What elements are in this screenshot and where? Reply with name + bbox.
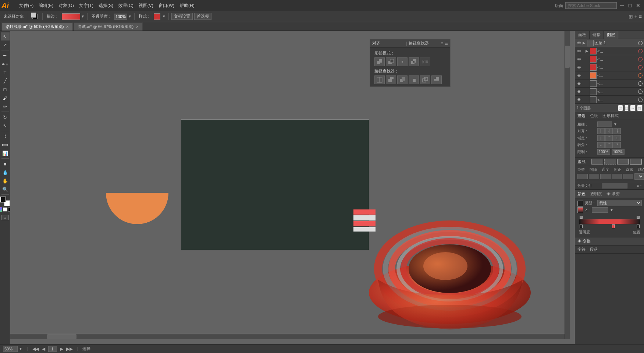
opentype-tab-item[interactable]: 段落 [588, 246, 600, 253]
layer-7-circle[interactable] [638, 98, 643, 102]
prev-btn[interactable]: ◀ [42, 346, 45, 352]
layer-3-circle[interactable] [638, 65, 643, 70]
layer-5-circle[interactable] [638, 81, 643, 86]
detail-gap-input[interactable] [589, 174, 599, 179]
align-center-btn[interactable]: │ [597, 128, 605, 134]
menu-effect[interactable]: 效果(C) [116, 2, 136, 10]
opacity-dropdown[interactable]: ▼ [128, 14, 132, 18]
gradient-color-bar[interactable] [579, 219, 640, 224]
doc-settings-button[interactable]: 文档设置 [171, 13, 193, 20]
search-stock-input[interactable] [565, 2, 617, 9]
tab-try-close[interactable]: ✕ [136, 25, 139, 29]
style-preview[interactable] [154, 13, 160, 20]
stroke-limit-input[interactable] [597, 149, 610, 155]
style-dropdown[interactable]: ▼ [162, 14, 166, 18]
add-anchor-tool[interactable]: ✒+ [1, 60, 10, 68]
screen-mode-btn[interactable]: □ [1, 215, 9, 220]
path-crop-btn[interactable] [409, 75, 419, 84]
prev-page-btn[interactable]: ◀◀ [32, 346, 39, 352]
gradient-type-select[interactable]: 线性 [597, 200, 642, 206]
main-layer-row[interactable]: 👁 ▶ 图层 1 [575, 39, 644, 47]
virtual-btn-2[interactable] [604, 159, 616, 165]
color-stop-center[interactable] [612, 225, 615, 228]
stroke-weight-dropdown[interactable]: ▼ [613, 122, 617, 126]
tab-try[interactable]: 尝试.ai* @ 66.67% (RGB/预览) ✕ [74, 22, 143, 31]
eyedropper-tool[interactable]: 💧 [1, 168, 10, 176]
direct-select-tool[interactable]: ↗ [1, 41, 10, 49]
maximize-button[interactable]: □ [627, 3, 633, 8]
menu-edit[interactable]: 编辑(E) [36, 2, 56, 10]
type-tool[interactable]: T [1, 68, 10, 77]
graph-tool[interactable]: 📊 [1, 149, 10, 157]
pen-tool[interactable]: ✒ [1, 52, 10, 60]
transform-tab-item[interactable]: ◈ 变换 [575, 237, 593, 245]
tab-rainbow[interactable]: 彩虹线条.ai* @ 50% (RGB/预览) ✕ [1, 22, 73, 31]
pencil-tool[interactable]: ✏ [1, 102, 10, 110]
menu-object[interactable]: 对象(O) [56, 2, 76, 10]
detail-gap2-input[interactable] [612, 174, 622, 179]
zoom-dropdown[interactable]: ▼ [19, 347, 22, 351]
character-tab-item[interactable]: 字符 [575, 246, 588, 253]
rotate-tool[interactable]: ↻ [1, 113, 10, 121]
pathfinder-menu-btn[interactable]: ☰ [445, 41, 448, 45]
path-divide-btn[interactable] [374, 75, 385, 84]
layer-4-circle[interactable] [638, 73, 643, 78]
warp-tool[interactable]: ⌇ [1, 132, 10, 140]
zoom-input[interactable] [3, 346, 18, 352]
select-tool[interactable]: ↖ [1, 32, 10, 40]
fill-color-box[interactable] [31, 13, 36, 18]
stroke-tab-shape[interactable]: 图形样式 [600, 112, 621, 120]
rect-tool[interactable]: □ [1, 85, 10, 93]
toolbar-grid-icon[interactable]: ⊞ [629, 14, 633, 20]
layer-2-circle[interactable] [638, 57, 643, 61]
menu-help[interactable]: 帮助(H) [177, 2, 197, 10]
stroke-tab-color[interactable]: 色板 [588, 112, 600, 120]
path-outline-btn[interactable] [420, 75, 430, 84]
menu-window[interactable]: 窗口(W) [156, 2, 177, 10]
shape-unite-btn[interactable] [374, 57, 385, 66]
layer-1-arrow[interactable]: ▶ [585, 49, 589, 53]
white-mode-btn[interactable] [3, 207, 7, 212]
gradient-swatch-dark[interactable] [577, 201, 583, 206]
close-button[interactable]: ✕ [635, 3, 641, 8]
toolbar-add-icon[interactable]: + [634, 14, 637, 20]
fill-stroke-switcher[interactable] [31, 13, 40, 21]
layer-item-2[interactable]: 👁 ▶ <... [575, 55, 644, 63]
path-merge-btn[interactable] [397, 75, 408, 84]
opacity-input[interactable] [114, 14, 127, 20]
color-tab[interactable]: 颜色 [575, 190, 588, 198]
angle-dropdown[interactable]: ▼ [610, 208, 613, 212]
scrollbar-bottom[interactable] [10, 334, 565, 339]
gradient-tool[interactable]: ■ [1, 160, 10, 168]
layer-4-eye[interactable]: 👁 [576, 73, 582, 78]
shape-intersect-btn[interactable] [397, 57, 408, 66]
layer-item-4[interactable]: 👁 ▶ <... [575, 71, 644, 80]
layers-move-btn[interactable]: → [630, 105, 636, 111]
tab-panels[interactable]: 面板 [575, 31, 590, 39]
detail-end-select[interactable] [634, 173, 644, 180]
cap-round-btn[interactable]: ⌒ [605, 135, 613, 141]
menu-view[interactable]: 视图(V) [136, 2, 156, 10]
stroke-limit-input2[interactable] [612, 149, 625, 155]
layer-item-7[interactable]: 👁 ▶ <... [575, 96, 644, 104]
align-inside-btn[interactable]: ┤ [605, 128, 613, 134]
layers-new-layer-btn[interactable]: □ [625, 105, 629, 111]
corner-bevel-btn[interactable]: ⌝ [613, 142, 621, 148]
corner-round-btn[interactable]: ⌒ [605, 142, 613, 148]
stroke-mini-box[interactable] [0, 197, 6, 202]
detail-type-input[interactable] [577, 174, 588, 179]
layer-item-5[interactable]: 👁 ▶ <... [575, 80, 644, 88]
align-outside-btn[interactable]: ├ [613, 128, 621, 134]
cap-butt-btn[interactable]: | [597, 135, 605, 141]
color-stop-left[interactable] [580, 225, 583, 228]
line-tool[interactable]: ╱ [1, 77, 10, 85]
detail-length-input[interactable] [600, 174, 611, 179]
shape-exclude-btn[interactable] [409, 57, 419, 66]
layers-new-sublayer-btn[interactable]: ◎ [618, 105, 623, 111]
layer-item-3[interactable]: 👁 ▶ <... [575, 63, 644, 71]
scale-tool[interactable]: ⤡ [1, 121, 10, 130]
paint-tool[interactable]: 🖌 [1, 94, 10, 102]
detail-dash-input[interactable] [623, 174, 633, 179]
transparency-tab[interactable]: 透明度 [588, 190, 604, 198]
cap-square-btn[interactable]: □ [613, 135, 621, 141]
